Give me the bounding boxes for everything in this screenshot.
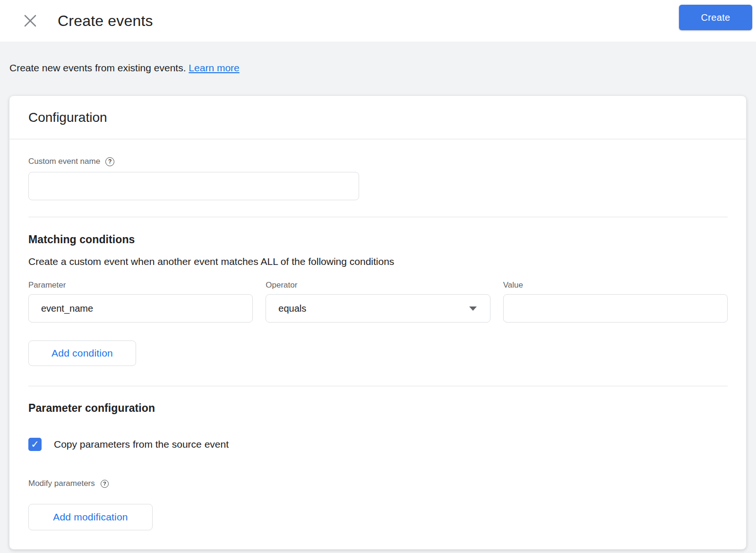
configuration-card: Configuration Custom event name ? Matchi… <box>9 95 747 550</box>
copy-parameters-checkbox[interactable]: ✓ <box>28 438 42 451</box>
section-divider <box>28 217 728 217</box>
operator-selected-value: equals <box>278 303 306 314</box>
copy-parameters-label: Copy parameters from the source event <box>54 439 229 450</box>
custom-event-name-input[interactable] <box>28 172 359 200</box>
operator-select[interactable]: equals <box>266 294 490 323</box>
value-input[interactable] <box>503 294 728 323</box>
header-bar: Create events Create <box>0 0 756 42</box>
copy-parameters-row: ✓ Copy parameters from the source event <box>28 438 728 451</box>
custom-event-name-label-row: Custom event name ? <box>28 157 728 166</box>
parameter-configuration-title: Parameter configuration <box>28 402 728 415</box>
custom-event-name-section: Custom event name ? <box>28 157 728 200</box>
chevron-down-icon <box>469 306 477 311</box>
operator-column: Operator equals <box>266 281 490 323</box>
intro-text-static: Create new events from existing events. <box>9 62 186 73</box>
matching-conditions-description: Create a custom event when another event… <box>28 256 728 267</box>
parameter-label: Parameter <box>28 281 253 290</box>
card-title: Configuration <box>28 110 107 125</box>
add-condition-button[interactable]: Add condition <box>28 340 136 366</box>
operator-label: Operator <box>266 281 490 290</box>
intro-text: Create new events from existing events. … <box>9 62 756 74</box>
modify-parameters-label: Modify parameters <box>28 479 95 488</box>
close-button[interactable] <box>20 10 41 31</box>
condition-row: Parameter Operator equals Value <box>28 281 728 323</box>
card-header: Configuration <box>9 96 746 139</box>
value-label: Value <box>503 281 728 290</box>
learn-more-link[interactable]: Learn more <box>189 62 239 73</box>
section-divider <box>28 386 728 386</box>
create-button[interactable]: Create <box>679 5 752 30</box>
checkmark-icon: ✓ <box>31 439 39 450</box>
modify-parameters-label-row: Modify parameters ? <box>28 479 728 488</box>
custom-event-name-label: Custom event name <box>28 157 100 166</box>
parameter-input[interactable] <box>28 294 253 323</box>
matching-conditions-title: Matching conditions <box>28 233 728 246</box>
create-events-panel: Create events Create Create new events f… <box>0 0 756 553</box>
help-icon[interactable]: ? <box>101 480 109 488</box>
help-icon[interactable]: ? <box>105 157 114 166</box>
value-column: Value <box>503 281 728 323</box>
page-title: Create events <box>58 12 153 30</box>
parameter-column: Parameter <box>28 281 253 323</box>
card-body: Custom event name ? Matching conditions … <box>9 157 746 530</box>
close-icon <box>24 15 36 27</box>
add-modification-button[interactable]: Add modification <box>28 504 153 530</box>
